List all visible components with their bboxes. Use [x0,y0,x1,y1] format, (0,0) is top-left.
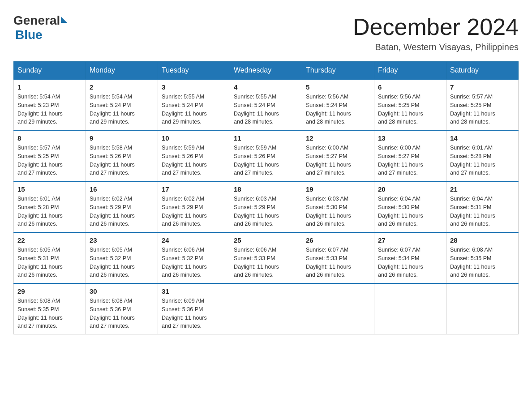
calendar-cell: 2 Sunrise: 5:54 AM Sunset: 5:24 PM Dayli… [86,79,158,130]
calendar-cell: 28 Sunrise: 6:08 AM Sunset: 5:35 PM Dayl… [446,232,519,283]
month-title: December 2024 [353,13,519,40]
calendar-cell: 17 Sunrise: 6:02 AM Sunset: 5:29 PM Dayl… [158,181,230,232]
day-number: 11 [234,134,298,142]
calendar-cell: 6 Sunrise: 5:56 AM Sunset: 5:25 PM Dayli… [374,79,446,130]
calendar-cell: 14 Sunrise: 6:01 AM Sunset: 5:28 PM Dayl… [446,130,519,181]
day-info: Sunrise: 6:08 AM Sunset: 5:36 PM Dayligh… [90,297,154,330]
day-info: Sunrise: 6:06 AM Sunset: 5:32 PM Dayligh… [162,246,226,279]
calendar-cell: 24 Sunrise: 6:06 AM Sunset: 5:32 PM Dayl… [158,232,230,283]
day-number: 1 [17,83,82,91]
calendar-cell: 21 Sunrise: 6:04 AM Sunset: 5:31 PM Dayl… [446,181,519,232]
day-number: 15 [17,185,82,193]
logo-arrow-icon [61,17,67,23]
day-info: Sunrise: 6:01 AM Sunset: 5:28 PM Dayligh… [450,144,515,177]
calendar-cell: 4 Sunrise: 5:55 AM Sunset: 5:24 PM Dayli… [230,79,302,130]
day-number: 14 [450,134,515,142]
day-number: 7 [450,83,515,91]
day-info: Sunrise: 5:57 AM Sunset: 5:25 PM Dayligh… [450,93,515,126]
day-number: 17 [162,185,226,193]
calendar-cell [446,283,519,334]
day-info: Sunrise: 5:59 AM Sunset: 5:26 PM Dayligh… [234,144,298,177]
day-info: Sunrise: 5:55 AM Sunset: 5:24 PM Dayligh… [162,93,226,126]
calendar-cell: 13 Sunrise: 6:00 AM Sunset: 5:27 PM Dayl… [374,130,446,181]
day-number: 28 [450,236,515,244]
day-info: Sunrise: 6:07 AM Sunset: 5:34 PM Dayligh… [378,246,442,279]
day-number: 26 [306,236,370,244]
title-section: December 2024 Batan, Western Visayas, Ph… [353,13,519,52]
calendar-cell: 23 Sunrise: 6:05 AM Sunset: 5:32 PM Dayl… [86,232,158,283]
calendar-cell: 5 Sunrise: 5:56 AM Sunset: 5:24 PM Dayli… [302,79,374,130]
day-number: 24 [162,236,226,244]
weekday-header-wednesday: Wednesday [230,62,302,80]
day-info: Sunrise: 6:05 AM Sunset: 5:31 PM Dayligh… [17,246,82,279]
day-info: Sunrise: 6:04 AM Sunset: 5:30 PM Dayligh… [378,195,442,228]
calendar-cell: 27 Sunrise: 6:07 AM Sunset: 5:34 PM Dayl… [374,232,446,283]
calendar-cell [374,283,446,334]
day-number: 22 [17,236,82,244]
day-info: Sunrise: 5:56 AM Sunset: 5:24 PM Dayligh… [306,93,370,126]
calendar-week-row: 1 Sunrise: 5:54 AM Sunset: 5:23 PM Dayli… [14,79,519,130]
day-info: Sunrise: 6:00 AM Sunset: 5:27 PM Dayligh… [378,144,442,177]
day-info: Sunrise: 6:05 AM Sunset: 5:32 PM Dayligh… [90,246,154,279]
day-number: 5 [306,83,370,91]
calendar-cell [230,283,302,334]
day-number: 20 [378,185,442,193]
calendar-cell: 11 Sunrise: 5:59 AM Sunset: 5:26 PM Dayl… [230,130,302,181]
day-number: 8 [17,134,82,142]
calendar-week-row: 29 Sunrise: 6:08 AM Sunset: 5:35 PM Dayl… [14,283,519,334]
logo-blue-text: Blue [15,28,43,42]
day-info: Sunrise: 5:58 AM Sunset: 5:26 PM Dayligh… [90,144,154,177]
day-info: Sunrise: 6:00 AM Sunset: 5:27 PM Dayligh… [306,144,370,177]
calendar-cell: 16 Sunrise: 6:02 AM Sunset: 5:29 PM Dayl… [86,181,158,232]
day-number: 2 [90,83,154,91]
day-number: 29 [17,287,82,295]
day-info: Sunrise: 6:02 AM Sunset: 5:29 PM Dayligh… [162,195,226,228]
day-number: 18 [234,185,298,193]
day-info: Sunrise: 6:03 AM Sunset: 5:29 PM Dayligh… [234,195,298,228]
day-number: 4 [234,83,298,91]
day-number: 25 [234,236,298,244]
calendar-cell: 19 Sunrise: 6:03 AM Sunset: 5:30 PM Dayl… [302,181,374,232]
logo-general-text: General [13,13,60,28]
day-number: 30 [90,287,154,295]
calendar-cell: 22 Sunrise: 6:05 AM Sunset: 5:31 PM Dayl… [14,232,86,283]
calendar-cell: 1 Sunrise: 5:54 AM Sunset: 5:23 PM Dayli… [14,79,86,130]
weekday-header-monday: Monday [86,62,158,80]
day-info: Sunrise: 6:03 AM Sunset: 5:30 PM Dayligh… [306,195,370,228]
calendar-cell: 7 Sunrise: 5:57 AM Sunset: 5:25 PM Dayli… [446,79,519,130]
weekday-header-thursday: Thursday [302,62,374,80]
calendar-cell: 26 Sunrise: 6:07 AM Sunset: 5:33 PM Dayl… [302,232,374,283]
day-number: 3 [162,83,226,91]
day-info: Sunrise: 6:08 AM Sunset: 5:35 PM Dayligh… [450,246,515,279]
day-info: Sunrise: 6:09 AM Sunset: 5:36 PM Dayligh… [162,297,226,330]
calendar-cell: 3 Sunrise: 5:55 AM Sunset: 5:24 PM Dayli… [158,79,230,130]
day-info: Sunrise: 5:57 AM Sunset: 5:25 PM Dayligh… [17,144,82,177]
location-title: Batan, Western Visayas, Philippines [353,42,519,52]
day-number: 27 [378,236,442,244]
calendar-cell: 25 Sunrise: 6:06 AM Sunset: 5:33 PM Dayl… [230,232,302,283]
calendar-cell: 9 Sunrise: 5:58 AM Sunset: 5:26 PM Dayli… [86,130,158,181]
day-info: Sunrise: 6:08 AM Sunset: 5:35 PM Dayligh… [17,297,82,330]
day-number: 12 [306,134,370,142]
weekday-header-saturday: Saturday [446,62,519,80]
calendar-cell: 30 Sunrise: 6:08 AM Sunset: 5:36 PM Dayl… [86,283,158,334]
calendar-week-row: 15 Sunrise: 6:01 AM Sunset: 5:28 PM Dayl… [14,181,519,232]
day-number: 21 [450,185,515,193]
day-info: Sunrise: 5:54 AM Sunset: 5:23 PM Dayligh… [17,93,82,126]
calendar-cell: 18 Sunrise: 6:03 AM Sunset: 5:29 PM Dayl… [230,181,302,232]
calendar-week-row: 22 Sunrise: 6:05 AM Sunset: 5:31 PM Dayl… [14,232,519,283]
day-number: 13 [378,134,442,142]
day-number: 10 [162,134,226,142]
calendar-cell: 29 Sunrise: 6:08 AM Sunset: 5:35 PM Dayl… [14,283,86,334]
day-info: Sunrise: 5:59 AM Sunset: 5:26 PM Dayligh… [162,144,226,177]
day-number: 6 [378,83,442,91]
day-number: 19 [306,185,370,193]
calendar-header-row: SundayMondayTuesdayWednesdayThursdayFrid… [14,62,519,80]
calendar-cell: 15 Sunrise: 6:01 AM Sunset: 5:28 PM Dayl… [14,181,86,232]
calendar-cell [302,283,374,334]
calendar-cell: 8 Sunrise: 5:57 AM Sunset: 5:25 PM Dayli… [14,130,86,181]
calendar-cell: 20 Sunrise: 6:04 AM Sunset: 5:30 PM Dayl… [374,181,446,232]
day-number: 23 [90,236,154,244]
calendar-week-row: 8 Sunrise: 5:57 AM Sunset: 5:25 PM Dayli… [14,130,519,181]
day-info: Sunrise: 5:55 AM Sunset: 5:24 PM Dayligh… [234,93,298,126]
